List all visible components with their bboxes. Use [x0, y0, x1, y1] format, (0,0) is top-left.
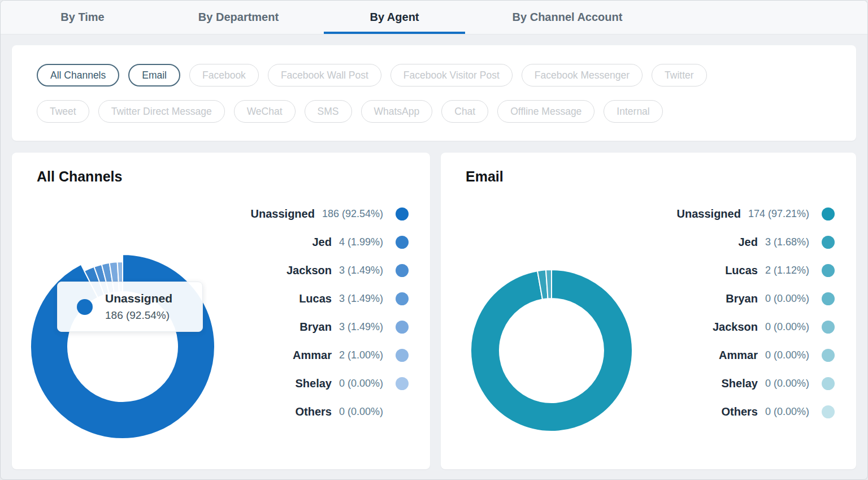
all-channels-donut-chart[interactable] [12, 237, 238, 464]
legend-color-dot [822, 292, 835, 305]
legend-item-ammar[interactable]: Ammar2 (1.00%) [251, 341, 409, 369]
legend-value: 0 (0.00%) [765, 293, 809, 305]
legend-label: Jed [312, 236, 331, 249]
legend-value: 174 (97.21%) [748, 208, 809, 220]
legend-value: 2 (1.00%) [339, 349, 383, 361]
all-channels-card: All Channels Unassigned 186 (92.54%) Una… [12, 153, 430, 469]
legend-item-unassigned[interactable]: Unassigned174 (97.21%) [677, 200, 835, 228]
legend-color-dot [822, 349, 835, 362]
legend-label: Lucas [725, 264, 758, 277]
email-legend: Unassigned174 (97.21%)Jed3 (1.68%)Lucas2… [677, 200, 835, 426]
card-title: All Channels [37, 168, 122, 185]
legend-item-shelay[interactable]: Shelay0 (0.00%) [251, 369, 409, 397]
legend-color-dot [822, 236, 835, 249]
legend-value: 3 (1.49%) [339, 321, 383, 333]
chip-facebook[interactable]: Facebook [189, 64, 259, 87]
chart-cards: All Channels Unassigned 186 (92.54%) Una… [12, 153, 856, 469]
legend-value: 0 (0.00%) [765, 321, 809, 333]
legend-color-dot [396, 207, 409, 220]
legend-value: 0 (0.00%) [339, 406, 383, 418]
legend-item-others[interactable]: Others0 (0.00%) [251, 397, 409, 426]
legend-item-jed[interactable]: Jed3 (1.68%) [677, 228, 835, 256]
legend-item-others[interactable]: Others0 (0.00%) [677, 397, 835, 426]
chip-twitter-direct-message[interactable]: Twitter Direct Message [98, 100, 225, 123]
legend-label: Others [721, 405, 757, 418]
legend-value: 3 (1.49%) [339, 293, 383, 305]
legend-value: 2 (1.12%) [765, 265, 809, 276]
legend-value: 0 (0.00%) [765, 406, 809, 418]
legend-color-dot [396, 321, 409, 334]
tab-by-time[interactable]: By Time [12, 1, 153, 34]
legend-color-dot [396, 292, 409, 305]
legend-item-bryan[interactable]: Bryan3 (1.49%) [251, 313, 409, 341]
chip-internal[interactable]: Internal [604, 100, 662, 123]
legend-color-dot [822, 405, 835, 418]
report-screen: By TimeBy DepartmentBy AgentBy Channel A… [0, 0, 868, 480]
chip-all-channels[interactable]: All Channels [37, 64, 119, 87]
chip-facebook-messenger[interactable]: Facebook Messenger [522, 64, 643, 87]
tab-by-channel-account[interactable]: By Channel Account [480, 1, 655, 34]
legend-value: 0 (0.00%) [765, 349, 809, 361]
report-tabs: By TimeBy DepartmentBy AgentBy Channel A… [1, 1, 867, 34]
legend-color-dot [822, 264, 835, 277]
legend-label: Lucas [299, 292, 332, 305]
chip-chat[interactable]: Chat [441, 100, 488, 123]
legend-label: Bryan [726, 292, 758, 305]
legend-label: Jackson [713, 321, 758, 334]
chip-facebook-visitor-post[interactable]: Facebook Visitor Post [390, 64, 513, 87]
chip-whatsapp[interactable]: WhatsApp [361, 100, 433, 123]
legend-color-dot [396, 264, 409, 277]
legend-item-unassigned[interactable]: Unassigned186 (92.54%) [251, 200, 409, 228]
legend-item-jed[interactable]: Jed4 (1.99%) [251, 228, 409, 256]
chip-tweet[interactable]: Tweet [37, 100, 89, 123]
legend-label: Ammar [293, 349, 332, 362]
legend-item-bryan[interactable]: Bryan0 (0.00%) [677, 284, 835, 313]
legend-value: 3 (1.49%) [339, 265, 383, 276]
legend-label: Ammar [719, 349, 758, 362]
email-card: Email Unassigned174 (97.21%)Jed3 (1.68%)… [441, 153, 856, 469]
legend-color-dot [396, 377, 409, 390]
legend-color-dot [822, 321, 835, 334]
legend-item-jackson[interactable]: Jackson3 (1.49%) [251, 256, 409, 284]
chip-email[interactable]: Email [128, 64, 180, 87]
channel-filter-row-1: All ChannelsEmailFacebookFacebook Wall P… [37, 64, 831, 87]
channel-filter-row-2: TweetTwitter Direct MessageWeChatSMSWhat… [37, 100, 831, 123]
legend-label: Unassigned [677, 207, 741, 220]
all-channels-legend: Unassigned186 (92.54%)Jed4 (1.99%)Jackso… [251, 200, 409, 426]
legend-value: 186 (92.54%) [322, 208, 383, 220]
legend-label: Shelay [721, 377, 757, 390]
legend-item-shelay[interactable]: Shelay0 (0.00%) [677, 369, 835, 397]
email-donut-chart[interactable] [441, 243, 667, 469]
legend-item-lucas[interactable]: Lucas3 (1.49%) [251, 284, 409, 313]
chip-sms[interactable]: SMS [305, 100, 352, 123]
legend-label: Jackson [287, 264, 332, 277]
legend-value: 0 (0.00%) [339, 378, 383, 390]
tab-by-department[interactable]: By Department [168, 1, 309, 34]
legend-label: Unassigned [251, 207, 315, 220]
legend-color-dot [822, 207, 835, 220]
legend-color-dot [396, 349, 409, 362]
legend-value: 3 (1.68%) [765, 236, 809, 248]
tab-by-agent[interactable]: By Agent [324, 1, 465, 34]
legend-color-dot [822, 377, 835, 390]
legend-item-jackson[interactable]: Jackson0 (0.00%) [677, 313, 835, 341]
chip-facebook-wall-post[interactable]: Facebook Wall Post [268, 64, 381, 87]
chip-wechat[interactable]: WeChat [234, 100, 296, 123]
channel-filter-panel: All ChannelsEmailFacebookFacebook Wall P… [12, 45, 856, 141]
legend-item-ammar[interactable]: Ammar0 (0.00%) [677, 341, 835, 369]
legend-value: 4 (1.99%) [339, 236, 383, 248]
legend-label: Jed [738, 236, 757, 249]
legend-label: Bryan [300, 321, 332, 334]
legend-color-dot [396, 236, 409, 249]
legend-label: Shelay [295, 377, 331, 390]
chip-offline-message[interactable]: Offline Message [497, 100, 594, 123]
chip-twitter[interactable]: Twitter [652, 64, 707, 87]
legend-value: 0 (0.00%) [765, 378, 809, 390]
legend-label: Others [295, 405, 331, 418]
card-title: Email [466, 168, 504, 185]
legend-item-lucas[interactable]: Lucas2 (1.12%) [677, 256, 835, 284]
